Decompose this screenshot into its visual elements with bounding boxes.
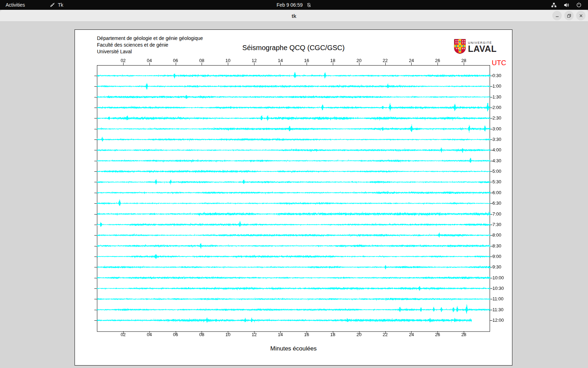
x-tick-label-bottom: 22 <box>379 332 391 337</box>
time-label: 2:00 <box>492 105 501 110</box>
time-label: 0:30 <box>492 73 501 78</box>
x-axis-label: Minutes écoulées <box>97 345 490 352</box>
time-label: 1:30 <box>492 94 501 100</box>
x-tick-label-top: 14 <box>274 58 286 63</box>
x-tick-label-top: 28 <box>458 58 470 63</box>
window-title: tk <box>0 10 588 22</box>
laval-shield-icon <box>454 39 466 54</box>
x-tick-label-top: 12 <box>248 58 260 63</box>
speaker-icon <box>564 2 569 8</box>
time-label: 11:30 <box>492 307 504 312</box>
x-tick-label-top: 04 <box>144 58 155 63</box>
x-tick-label-top: 06 <box>170 58 182 63</box>
x-tick-label-top: 20 <box>353 58 365 63</box>
x-tick-label-bottom: 12 <box>248 332 260 337</box>
system-tray[interactable] <box>545 0 588 10</box>
helicorder-canvas <box>92 60 495 336</box>
x-tick-label-bottom: 24 <box>405 332 417 337</box>
x-tick-label-bottom: 06 <box>170 332 182 337</box>
laval-logo: UNIVERSITÉ LAVAL <box>454 39 497 54</box>
x-tick-label-bottom: 04 <box>144 332 155 337</box>
minimize-button[interactable] <box>552 11 562 20</box>
restore-icon <box>567 14 571 18</box>
time-label: 6:30 <box>492 200 501 206</box>
x-tick-label-bottom: 08 <box>196 332 208 337</box>
x-tick-label-bottom: 28 <box>458 332 470 337</box>
time-label: 4:30 <box>492 158 501 163</box>
time-label: 8:30 <box>492 243 501 248</box>
time-label: 9:30 <box>492 264 501 270</box>
x-tick-label-top: 18 <box>327 58 339 63</box>
time-label: 12:00 <box>492 318 504 323</box>
logo-laval-text: LAVAL <box>468 45 497 53</box>
time-label: 7:00 <box>492 211 501 217</box>
seismograph-page: Département de géologie et de génie géol… <box>75 29 512 366</box>
x-tick-label-bottom: 14 <box>274 332 286 337</box>
app-indicator-label: Tk <box>58 2 63 8</box>
time-label: 10:00 <box>492 275 504 280</box>
time-label: 1:00 <box>492 83 501 89</box>
clock-button[interactable]: Feb 9 06:59 <box>276 0 312 10</box>
x-tick-label-top: 16 <box>301 58 313 63</box>
time-label: 7:30 <box>492 222 501 227</box>
app-indicator[interactable]: Tk <box>50 2 63 8</box>
time-label: 10:30 <box>492 286 504 291</box>
x-tick-label-top: 02 <box>117 58 129 63</box>
x-tick-label-top: 08 <box>196 58 208 63</box>
clock-label: Feb 9 06:59 <box>276 2 303 8</box>
x-tick-label-top: 10 <box>222 58 234 63</box>
time-label: 5:30 <box>492 179 501 184</box>
institution-line-1: Département de géologie et de génie géol… <box>97 35 203 42</box>
x-tick-label-bottom: 10 <box>222 332 234 337</box>
x-tick-label-bottom: 26 <box>432 332 443 337</box>
tk-app-icon <box>50 2 55 8</box>
window-titlebar[interactable]: tk <box>0 10 588 22</box>
power-icon <box>576 2 582 8</box>
window-content: Département de géologie et de génie géol… <box>0 22 588 368</box>
time-label: 3:00 <box>492 126 501 131</box>
time-label: 9:00 <box>492 254 501 259</box>
chart-title: Séismographe QCQ (CGC/GSC) <box>75 44 512 52</box>
gnome-top-bar: Activities Tk Feb 9 06:59 <box>0 0 588 10</box>
time-label: 6:00 <box>492 190 501 195</box>
time-label: 5:00 <box>492 169 501 174</box>
close-icon <box>579 14 583 18</box>
time-label: 2:30 <box>492 115 501 121</box>
x-tick-label-bottom: 16 <box>301 332 313 337</box>
activities-button[interactable]: Activities <box>0 0 30 10</box>
time-label: 3:30 <box>492 137 501 142</box>
x-tick-label-bottom: 18 <box>327 332 339 337</box>
time-label: 4:00 <box>492 147 501 152</box>
x-tick-label-bottom: 20 <box>353 332 365 337</box>
x-tick-label-top: 22 <box>379 58 391 63</box>
x-tick-label-top: 24 <box>405 58 417 63</box>
time-label: 8:00 <box>492 232 501 238</box>
maximize-button[interactable] <box>564 11 574 20</box>
network-tree-icon <box>551 2 557 8</box>
time-label: 11:00 <box>492 296 504 301</box>
bell-slash-icon <box>306 2 312 8</box>
close-button[interactable] <box>576 11 586 20</box>
x-tick-label-bottom: 02 <box>117 332 129 337</box>
x-tick-label-top: 26 <box>432 58 443 63</box>
